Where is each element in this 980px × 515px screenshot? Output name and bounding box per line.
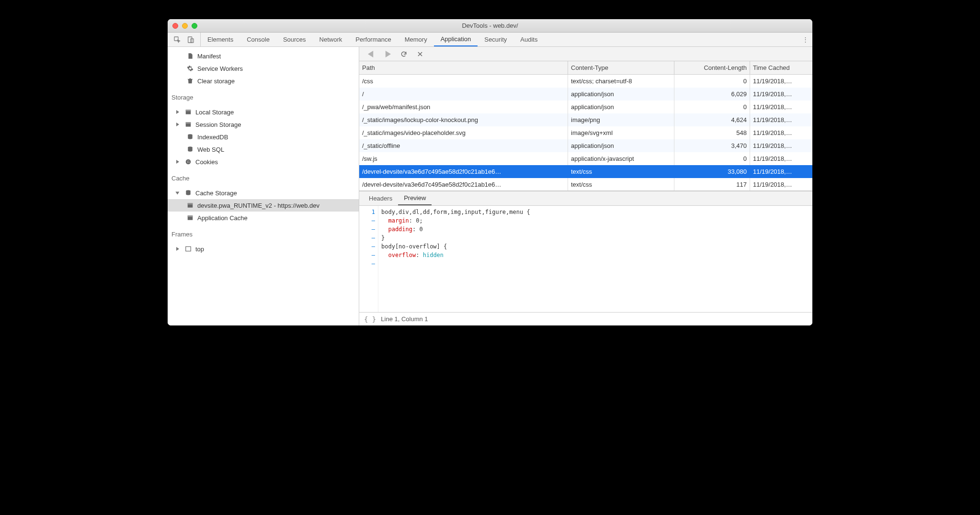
svg-point-10 — [187, 161, 188, 162]
toolbar-left — [168, 33, 201, 46]
sidebar-item-label: top — [195, 246, 204, 253]
table-row[interactable]: /application/json6,02911/19/2018,… — [359, 88, 812, 101]
panel-tabs: Elements Console Sources Network Perform… — [201, 33, 798, 46]
database-icon — [187, 146, 194, 153]
devtools-window: DevTools - web.dev/ Elements Console Sou… — [168, 19, 812, 325]
code-area[interactable]: body,div,dl,dd,form,img,input,figure,men… — [378, 206, 530, 312]
sidebar-item-websql[interactable]: Web SQL — [168, 143, 359, 156]
minimize-window-button[interactable] — [182, 23, 188, 29]
tab-security[interactable]: Security — [478, 33, 513, 46]
sidebar-item-label: Clear storage — [197, 78, 235, 85]
svg-rect-4 — [186, 110, 191, 111]
sidebar-item-cookies[interactable]: Cookies — [168, 156, 359, 168]
svg-point-12 — [187, 162, 188, 163]
close-window-button[interactable] — [172, 23, 178, 29]
table-icon — [185, 109, 192, 115]
sidebar-item-frames-top[interactable]: top — [168, 243, 359, 255]
database-icon — [185, 190, 192, 196]
cookie-icon — [185, 158, 192, 165]
database-icon — [187, 134, 194, 140]
tab-console[interactable]: Console — [240, 33, 276, 46]
tab-memory[interactable]: Memory — [398, 33, 434, 46]
cache-main: Path Content-Type Content-Length Time Ca… — [359, 47, 812, 325]
col-content-length[interactable]: Content-Length — [674, 61, 750, 74]
tab-application[interactable]: Application — [434, 33, 478, 46]
clear-icon[interactable] — [417, 51, 423, 57]
table-header: Path Content-Type Content-Length Time Ca… — [359, 61, 812, 75]
sidebar-item-cache-storage[interactable]: Cache Storage — [168, 187, 359, 199]
svg-point-11 — [188, 160, 189, 161]
table-row[interactable]: /devrel-devsite/va3e6d7c495ae58d2f0c21ab… — [359, 165, 812, 178]
svg-rect-16 — [188, 203, 193, 204]
sidebar-item-label: Manifest — [197, 53, 221, 60]
prev-arrow-icon[interactable] — [368, 51, 375, 57]
col-time-cached[interactable]: Time Cached — [750, 61, 812, 74]
refresh-icon[interactable] — [400, 51, 407, 57]
table-row[interactable]: /sw.jsapplication/x-javascript011/19/201… — [359, 152, 812, 165]
status-bar: { } Line 1, Column 1 — [359, 312, 812, 325]
preview-tabs: Headers Preview — [359, 191, 812, 206]
table-row[interactable]: /_pwa/web/manifest.jsonapplication/json0… — [359, 101, 812, 113]
svg-point-13 — [189, 162, 190, 163]
table-row[interactable]: /devrel-devsite/va3e6d7c495ae58d2f0c21ab… — [359, 178, 812, 191]
sidebar-item-label: Session Storage — [195, 121, 241, 128]
sidebar-item-label: devsite.pwa_RUNTIME_v2 - https://web.dev — [197, 202, 319, 209]
cache-toolbar — [359, 47, 812, 61]
sidebar-item-clear-storage[interactable]: Clear storage — [168, 75, 359, 87]
svg-point-9 — [186, 159, 191, 165]
sidebar-item-manifest[interactable]: Manifest — [168, 50, 359, 62]
sidebar-item-label: Cache Storage — [195, 190, 237, 197]
sidebar-item-label: Web SQL — [197, 146, 224, 153]
subtab-headers[interactable]: Headers — [363, 191, 398, 205]
table-row[interactable]: /_static/images/video-placeholder.svgima… — [359, 126, 812, 139]
format-icon[interactable]: { } — [364, 315, 376, 323]
device-toggle-icon[interactable] — [187, 36, 194, 44]
sidebar-item-cache-entry[interactable]: devsite.pwa_RUNTIME_v2 - https://web.dev — [168, 199, 359, 212]
sidebar-header-cache: Cache — [168, 171, 359, 184]
source-preview: 1–––––– body,div,dl,dd,form,img,input,fi… — [359, 206, 812, 312]
next-arrow-icon[interactable] — [384, 51, 391, 57]
application-sidebar: Manifest Service Workers Clear storage S… — [168, 47, 359, 325]
col-content-type[interactable]: Content-Type — [568, 61, 674, 74]
table-row[interactable]: /_static/offlineapplication/json3,47011/… — [359, 139, 812, 152]
tab-network[interactable]: Network — [313, 33, 349, 46]
table-body: /csstext/css; charset=utf-8011/19/2018,…… — [359, 75, 812, 191]
sidebar-header-frames: Frames — [168, 227, 359, 240]
sidebar-item-application-cache[interactable]: Application Cache — [168, 212, 359, 224]
panel-body: Manifest Service Workers Clear storage S… — [168, 47, 812, 325]
file-icon — [187, 53, 194, 59]
traffic-lights — [168, 23, 197, 29]
table-row[interactable]: /csstext/css; charset=utf-8011/19/2018,… — [359, 75, 812, 88]
table-icon — [185, 121, 192, 128]
titlebar: DevTools - web.dev/ — [168, 19, 812, 33]
col-path[interactable]: Path — [359, 61, 568, 74]
window-title: DevTools - web.dev/ — [168, 22, 812, 29]
sidebar-item-label: Cookies — [195, 158, 218, 166]
frame-icon — [185, 246, 192, 252]
tab-elements[interactable]: Elements — [201, 33, 240, 46]
sidebar-item-local-storage[interactable]: Local Storage — [168, 106, 359, 118]
subtab-preview[interactable]: Preview — [398, 191, 432, 205]
sidebar-item-label: Service Workers — [197, 65, 243, 72]
zoom-window-button[interactable] — [192, 23, 197, 29]
sidebar-header-storage: Storage — [168, 90, 359, 103]
sidebar-item-indexeddb[interactable]: IndexedDB — [168, 131, 359, 143]
trash-icon — [187, 78, 194, 84]
svg-rect-6 — [186, 122, 191, 123]
svg-rect-19 — [186, 246, 191, 251]
sidebar-item-label: IndexedDB — [197, 134, 228, 141]
sidebar-item-label: Local Storage — [195, 109, 234, 116]
sidebar-item-label: Application Cache — [197, 214, 248, 222]
gear-icon — [187, 65, 194, 72]
tab-sources[interactable]: Sources — [276, 33, 313, 46]
table-icon — [187, 214, 194, 221]
line-gutter: 1–––––– — [359, 206, 378, 312]
table-row[interactable]: /_static/images/lockup-color-knockout.pn… — [359, 113, 812, 126]
sidebar-item-service-workers[interactable]: Service Workers — [168, 62, 359, 75]
tab-audits[interactable]: Audits — [513, 33, 544, 46]
tab-performance[interactable]: Performance — [349, 33, 398, 46]
svg-rect-18 — [188, 215, 193, 217]
inspect-icon[interactable] — [173, 36, 181, 44]
more-menu[interactable]: ⋮ — [798, 33, 812, 46]
sidebar-item-session-storage[interactable]: Session Storage — [168, 118, 359, 131]
